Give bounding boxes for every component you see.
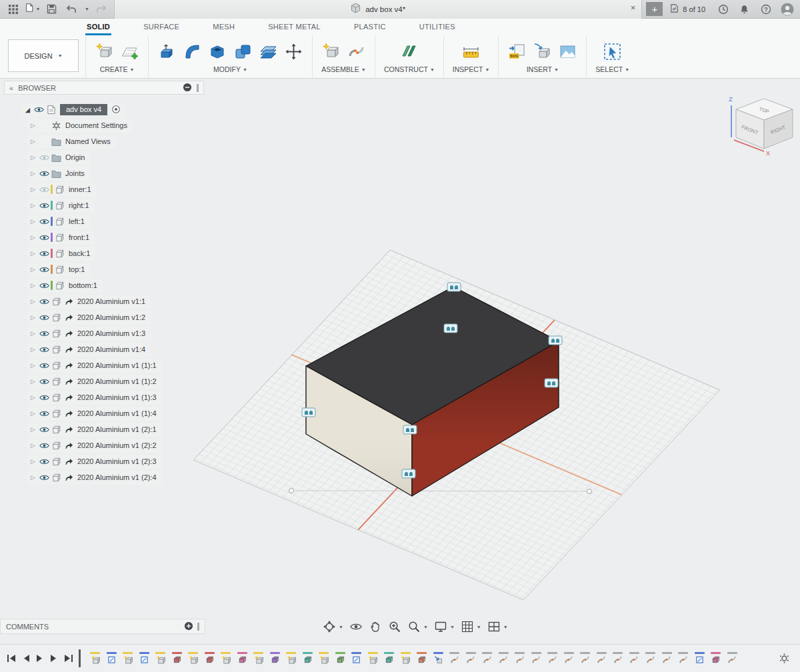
timeline-feature-extrude-21[interactable] [417,652,427,664]
browser-row-right-1[interactable]: ▷right:1 [4,197,204,213]
visibility-eye-icon[interactable] [38,458,51,465]
timeline-feature-extrude-16[interactable] [335,652,345,664]
browser-row-2020-aluminium-v1-2-1[interactable]: ▷2020 Aluminium v1 (2):1 [4,421,204,437]
browser-row-2020-aluminium-v1-1-4[interactable]: ▷2020 Aluminium v1 (1):4 [4,405,204,421]
browser-row-2020-aluminium-v1-3[interactable]: ▷2020 Aluminium v1:3 [4,325,204,341]
move-button[interactable] [284,42,303,61]
timeline-feature-component-13[interactable] [286,652,297,665]
browser-row-origin[interactable]: ▷Origin [4,149,204,165]
ribbon-tab-utilities[interactable]: UTILITIES [418,20,457,35]
timeline-feature-extrude-12[interactable] [269,652,280,664]
visibility-eye-icon[interactable] [38,298,51,305]
offset-face-button[interactable] [259,42,278,61]
disclosure-triangle-icon[interactable]: ▷ [28,330,38,337]
timeline-feature-joint-36[interactable] [661,652,672,664]
close-tab-icon[interactable]: × [631,3,636,12]
save-button[interactable] [43,1,61,17]
activate-component-radio[interactable] [111,105,121,114]
browser-row-2020-aluminium-v1-2-4[interactable]: ▷2020 Aluminium v1 (2):4 [4,469,204,485]
usage-counter[interactable]: 8 of 10 [669,3,705,15]
browser-row-2020-aluminium-v1-1-2[interactable]: ▷2020 Aluminium v1 (1):2 [4,373,204,389]
ribbon-dropdown-inspect[interactable]: INSPECT▼ [453,65,489,78]
help-button[interactable]: ? [757,1,775,17]
construction-plane-button[interactable] [399,42,419,61]
timeline-feature-sketch-17[interactable] [351,652,362,664]
timeline-feature-component-9[interactable] [221,652,231,665]
timeline-feature-sketch-2[interactable] [106,652,117,664]
timeline-feature-extrude-14[interactable] [302,652,313,664]
disclosure-triangle-icon[interactable]: ▷ [28,218,38,225]
disclosure-triangle-icon[interactable]: ▷ [28,298,38,305]
view-cube[interactable]: TOP FRONT RIGHT Z X [729,96,793,157]
timeline-feature-extrude-19[interactable] [384,652,395,664]
visibility-eye-icon[interactable] [38,442,51,449]
browser-row-2020-aluminium-v1-1-3[interactable]: ▷2020 Aluminium v1 (1):3 [4,389,204,405]
disclosure-triangle-icon[interactable]: ▷ [28,250,38,257]
joint-origin-badge[interactable] [302,408,315,417]
press-pull-button[interactable] [157,42,177,61]
browser-row-named-views[interactable]: ▷Named Views [4,133,204,149]
shell-button[interactable] [208,42,227,61]
select-cursor-button[interactable] [603,42,622,61]
undo-history-caret[interactable]: ▼ [81,1,91,17]
visibility-eye-icon[interactable] [33,106,45,113]
ribbon-dropdown-create[interactable]: CREATE▼ [100,65,135,78]
visibility-eye-icon[interactable] [38,378,51,385]
timeline-feature-component-1[interactable] [90,652,101,665]
nav-pan-button[interactable] [367,619,383,634]
timeline-feature-component-3[interactable] [123,652,133,665]
measure-button[interactable] [461,42,481,61]
nav-grid-settings-button[interactable]: ▼ [459,619,483,634]
visibility-eye-icon[interactable] [38,426,51,433]
fillet-button[interactable] [183,42,202,61]
new-tab-button[interactable]: + [646,2,663,16]
timeline-feature-joint-27[interactable] [515,652,525,664]
panel-display-toggle-icon[interactable] [183,83,192,93]
disclosure-triangle-icon[interactable]: ▷ [28,346,38,353]
visibility-eye-icon[interactable] [38,474,51,481]
browser-row-front-1[interactable]: ▷front:1 [4,229,204,245]
user-avatar[interactable] [778,1,796,17]
workspace-switcher[interactable]: DESIGN▼ [8,39,79,72]
ribbon-dropdown-select[interactable]: SELECT▼ [595,65,629,78]
add-comment-icon[interactable] [184,621,193,632]
insert-svg-button[interactable]: SVG [507,42,527,61]
redo-button[interactable] [92,1,110,17]
ribbon-tab-plastic[interactable]: PLASTIC [353,20,387,35]
disclosure-triangle-icon[interactable]: ▷ [28,410,38,417]
document-tab[interactable]: adv box v4* × [114,0,642,19]
ribbon-tab-mesh[interactable]: MESH [211,20,236,35]
browser-row-inner-1[interactable]: ▷inner:1 [4,181,204,197]
browser-row-2020-aluminium-v1-1-1[interactable]: ▷2020 Aluminium v1 (1):1 [4,357,204,373]
visibility-eye-icon[interactable] [38,186,51,193]
nav-zoom-button[interactable]: ▼ [406,619,429,634]
nav-zoom-window-button[interactable] [387,619,403,634]
visibility-eye-icon[interactable] [38,346,51,353]
timeline-feature-component-18[interactable] [367,652,378,665]
timeline-go-to-start-button[interactable] [7,654,16,663]
disclosure-triangle-icon[interactable]: ▷ [28,394,38,401]
browser-row-2020-aluminium-v1-4[interactable]: ▷2020 Aluminium v1:4 [4,341,204,357]
timeline-feature-insert-22[interactable] [433,652,443,664]
timeline-playhead[interactable] [79,649,81,667]
panel-grip[interactable] [197,623,199,631]
timeline-feature-joint-28[interactable] [531,652,541,664]
ribbon-dropdown-assemble[interactable]: ASSEMBLE▼ [321,65,366,78]
disclosure-triangle-icon[interactable]: ▷ [28,314,38,321]
nav-lookat-button[interactable] [348,619,364,634]
timeline-feature-joint-29[interactable] [547,652,558,664]
timeline-feature-component-5[interactable] [155,652,166,665]
disclosure-triangle-icon[interactable]: ▷ [28,442,38,449]
new-component-button[interactable] [321,42,341,61]
visibility-eye-icon[interactable] [38,394,51,401]
file-menu-button[interactable]: ▼ [23,1,41,17]
timeline-feature-extrude-8[interactable] [204,652,215,664]
timeline-step-forward-button[interactable] [50,654,58,663]
disclosure-triangle-icon[interactable]: ▷ [28,458,38,465]
browser-row-2020-aluminium-v1-2-3[interactable]: ▷2020 Aluminium v1 (2):3 [4,453,204,469]
browser-row-document-settings[interactable]: ▷Document Settings [4,117,204,133]
browser-row-joints[interactable]: ▷Joints [4,165,204,181]
disclosure-triangle-icon[interactable]: ▷ [28,234,38,241]
undo-button[interactable] [62,1,80,17]
disclosure-triangle-icon[interactable]: ▷ [28,282,38,289]
